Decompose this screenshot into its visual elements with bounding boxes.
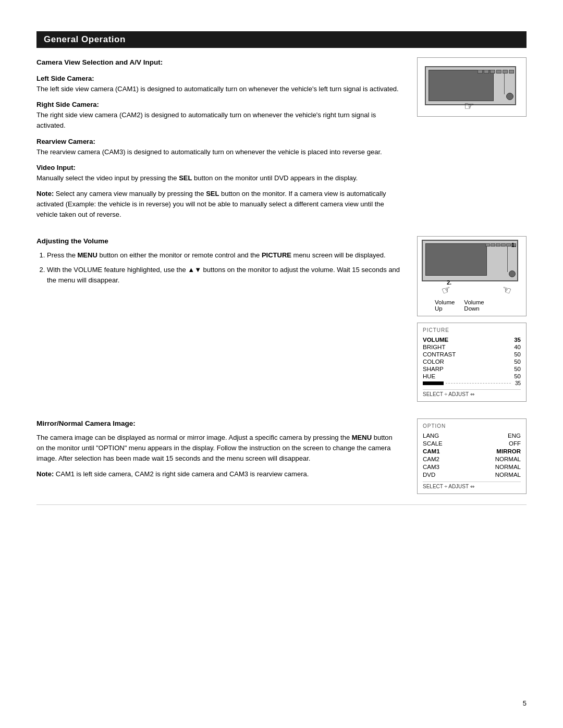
btn-pwr <box>478 70 483 73</box>
picture-row-color-label: COLOR <box>423 358 504 365</box>
progress-bar-empty <box>446 383 511 384</box>
camera-note-text: Select any camera view manually by press… <box>54 190 206 198</box>
picture-row-sharp-value: 50 <box>504 365 521 373</box>
option-menu-box: OPTION LANG ENG SCALE OFF CAM1 <box>417 418 527 494</box>
option-row-dvd: DVD NORMAL <box>423 471 521 479</box>
picture-bar-cell: 35 <box>423 380 521 387</box>
monitor-circle-btn <box>506 93 513 100</box>
step-1: Press the MENU button on either the moni… <box>47 250 401 261</box>
vol-label-1: 1. <box>511 242 516 248</box>
step2-text-before: With the VOLUME feature highlighted, use… <box>47 266 188 274</box>
option-row-lang: LANG ENG <box>423 432 521 440</box>
left-camera-text: The left side view camera (CAM1) is desi… <box>36 85 399 93</box>
picture-row-bright-value: 40 <box>504 343 521 351</box>
vb3 <box>496 243 500 246</box>
vb2 <box>491 243 495 246</box>
video-input-bold: SEL <box>179 174 192 182</box>
vol-down-text: Down <box>464 305 484 312</box>
option-cam2-label: CAM2 <box>423 455 466 463</box>
mirror-section-body: The camera image can be displayed as nor… <box>36 433 401 464</box>
btn-ao <box>484 70 489 73</box>
option-scale-value: OFF <box>466 440 521 448</box>
option-menu-footer: SELECT ÷ ADJUST ⇔ <box>423 482 521 489</box>
option-menu-col: OPTION LANG ENG SCALE OFF CAM1 <box>417 418 527 494</box>
option-lang-label: LANG <box>423 432 466 440</box>
adjusting-volume-steps: Press the MENU button on either the moni… <box>47 250 401 286</box>
option-row-cam3: CAM3 NORMAL <box>423 463 521 471</box>
progress-bar-value: 35 <box>515 380 521 386</box>
monitor-side-line <box>504 73 505 94</box>
step1-bold2: PICTURE <box>262 251 291 259</box>
picture-row-color: COLOR 50 <box>423 358 521 365</box>
video-input-text-before: Manually select the video input by press… <box>36 174 179 182</box>
adjusting-volume-row: Adjusting the Volume Press the MENU butt… <box>36 236 527 408</box>
vol-finger-right-icon: ☞ <box>500 282 513 297</box>
picture-row-volume-value: 35 <box>504 336 521 343</box>
picture-row-sharp-label: SHARP <box>423 365 504 373</box>
rearview-camera-heading: Rearview Camera: <box>36 138 95 145</box>
mirror-note-bold: Note: <box>36 470 54 478</box>
volume-diagram-col: 1. 2. ☞ ☞ Volume Up Volume Do <box>417 236 527 408</box>
monitor-screen <box>429 70 494 101</box>
step-2: With the VOLUME feature highlighted, use… <box>47 265 401 286</box>
right-camera-text: The right side view camera (CAM2) is des… <box>36 111 376 129</box>
step1-text-after: button on either the monitor or remote c… <box>97 251 262 259</box>
picture-menu-footer: SELECT ÷ ADJUST ⇔ <box>423 389 521 397</box>
option-cam2-value: NORMAL <box>466 455 521 463</box>
page-number: 5 <box>523 699 527 707</box>
camera-note-sel: SEL <box>206 190 219 198</box>
vol-side-line <box>507 246 508 272</box>
vol-labels-row: Volume Up Volume Down <box>435 299 522 312</box>
right-camera-block: Right Side Camera: The right side view c… <box>36 100 401 131</box>
option-cam1-label: CAM1 <box>423 448 466 455</box>
option-cam3-value: NORMAL <box>466 463 521 471</box>
step1-text-before: Press the <box>47 251 78 259</box>
picture-row-hue: HUE 50 <box>423 373 521 380</box>
picture-row-color-value: 50 <box>504 358 521 365</box>
left-camera-heading: Left Side Camera: <box>36 75 94 82</box>
picture-row-hue-label: HUE <box>423 373 504 380</box>
mirror-section-title: Mirror/Normal Camera Image: <box>36 418 401 429</box>
mirror-section-row: Mirror/Normal Camera Image: The camera i… <box>36 418 527 494</box>
bottom-divider <box>36 504 527 505</box>
rearview-camera-text: The rearview camera (CAM3) is designed t… <box>36 148 382 156</box>
section-title: General Operation <box>44 34 519 45</box>
vol-monitor-body: 1. <box>422 240 518 281</box>
picture-row-contrast-value: 50 <box>504 351 521 358</box>
vol-down-label: Volume <box>464 299 484 305</box>
option-lang-value: ENG <box>466 432 521 440</box>
monitor-illustration-box: ☞ <box>417 57 527 117</box>
volume-diagram-box: 1. 2. ☞ ☞ Volume Up Volume Do <box>417 236 527 316</box>
picture-menu-table: VOLUME 35 BRIGHT 40 CONTRAST 50 COLOR <box>423 336 521 387</box>
page-container: General Operation Camera View Selection … <box>0 0 563 728</box>
option-scale-label: SCALE <box>423 440 466 448</box>
monitor-illustration-col: ☞ <box>417 57 527 226</box>
vb1 <box>485 243 490 246</box>
picture-row-bright-label: BRIGHT <box>423 343 504 351</box>
step1-after2: menu screen will be displayed. <box>291 251 386 259</box>
finger-pointer-icon: ☞ <box>464 100 474 113</box>
progress-bar-filled <box>423 381 444 385</box>
camera-view-row: Camera View Selection and A/V Input: Lef… <box>36 57 527 226</box>
section-header: General Operation <box>36 31 527 48</box>
picture-row-hue-value: 50 <box>504 373 521 380</box>
btn-menu <box>503 70 508 73</box>
video-input-heading: Video Input: <box>36 164 76 171</box>
camera-view-text: Camera View Selection and A/V Input: Lef… <box>36 57 401 226</box>
video-input-text-after: button on the monitor until DVD appears … <box>192 174 358 182</box>
right-camera-heading: Right Side Camera: <box>36 101 99 108</box>
option-row-cam2: CAM2 NORMAL <box>423 455 521 463</box>
vol-up-label: Volume <box>435 299 455 305</box>
option-menu-title: OPTION <box>423 423 521 429</box>
btn-se <box>509 70 514 73</box>
adjusting-volume-title: Adjusting the Volume <box>36 236 401 247</box>
picture-row-bright: BRIGHT 40 <box>423 343 521 351</box>
btn-to <box>490 70 495 73</box>
vol-up-text: Up <box>435 305 455 312</box>
mirror-section-text: Mirror/Normal Camera Image: The camera i… <box>36 418 401 494</box>
vol-down-labels: Volume Down <box>464 299 484 312</box>
option-row-cam1: CAM1 MIRROR <box>423 448 521 455</box>
option-cam3-label: CAM3 <box>423 463 466 471</box>
step2-symbol: ▲▼ <box>188 266 201 274</box>
monitor-diagram: ☞ <box>422 61 521 113</box>
